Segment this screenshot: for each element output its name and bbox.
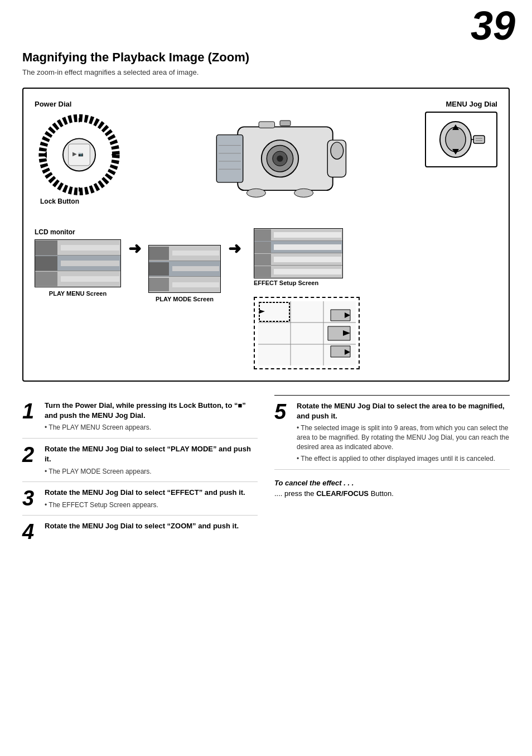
- svg-point-14: [277, 156, 283, 162]
- step4-number: 4: [22, 521, 39, 542]
- pm-thumb2: [149, 262, 169, 276]
- step2: 2 Rotate the MENU Jog Dial to select “PL…: [22, 439, 258, 482]
- play-mode-row2: [149, 261, 220, 277]
- zoom-grid-icon: [258, 301, 356, 365]
- ef-thumb1: [254, 229, 271, 240]
- svg-rect-15: [216, 135, 243, 182]
- lock-button-label: Lock Button: [40, 198, 79, 205]
- pm-text-bar3: [172, 282, 219, 287]
- play-mode-row1: [149, 245, 220, 261]
- ef-thumb4: [254, 266, 271, 277]
- jog-dial-container: [425, 112, 497, 167]
- ef-thumb2: [254, 242, 271, 253]
- diagram-box: Power Dial ▶ 📷: [22, 88, 510, 382]
- clear-focus-keyword: CLEAR/FOCUS: [316, 489, 369, 498]
- cancel-text: .... press the CLEAR/FOCUS Button.: [274, 489, 510, 498]
- play-menu-label: PLAY MENU Screen: [35, 290, 121, 297]
- step5-number: 5: [274, 401, 291, 422]
- step4: 4 Rotate the MENU Jog Dial to select “ZO…: [22, 516, 258, 548]
- svg-text:▶: ▶: [72, 151, 77, 157]
- step1-main: Turn the Power Dial, while pressing its …: [45, 401, 258, 421]
- step4-content: Rotate the MENU Jog Dial to select “ZOOM…: [45, 521, 258, 533]
- play-menu-row3: [35, 271, 120, 287]
- effect-setup-screen: [254, 228, 343, 278]
- play-mode-row3: [149, 277, 220, 292]
- arrow1: ➜: [128, 228, 141, 258]
- pm-text-bar1: [172, 251, 219, 256]
- ef-text-bar1: [274, 232, 341, 238]
- cancel-section: To cancel the effect . . . .... press th…: [274, 479, 510, 498]
- svg-point-26: [331, 142, 344, 159]
- page-title: Magnifying the Playback Image (Zoom): [22, 50, 510, 65]
- subtitle: The zoom-in effect magnifies a selected …: [22, 68, 510, 76]
- play-menu-screen: [35, 239, 121, 287]
- pm-text-bar2: [172, 266, 219, 271]
- menu-jog-label: MENU Jog Dial: [446, 100, 497, 108]
- zoom-grid: [254, 297, 360, 369]
- thumb3: [35, 272, 57, 286]
- play-menu-row2: [35, 256, 120, 271]
- svg-rect-20: [259, 122, 274, 128]
- svg-point-22: [246, 189, 265, 197]
- effect-setup-label: EFFECT Setup Screen: [254, 280, 318, 286]
- ef-text-bar3: [274, 257, 341, 262]
- effect-row3: [254, 253, 342, 266]
- text-bar2: [61, 261, 119, 266]
- step3: 3 Rotate the MENU Jog Dial to select “EF…: [22, 482, 258, 516]
- step1: 1 Turn the Power Dial, while pressing it…: [22, 395, 258, 439]
- svg-point-28: [446, 127, 466, 152]
- ef-thumb3: [254, 254, 271, 265]
- power-dial-container: ▶ 📷 Lock Button: [35, 112, 135, 201]
- step5-detail1: • The selected image is split into 9 are…: [297, 423, 510, 451]
- effect-row4: [254, 266, 342, 278]
- pm-thumb1: [149, 247, 169, 260]
- camera-section: [135, 100, 425, 211]
- play-menu-row1: [35, 240, 120, 256]
- step1-content: Turn the Power Dial, while pressing its …: [45, 401, 258, 432]
- step3-detail: The EFFECT Setup Screen appears.: [45, 500, 258, 510]
- camera-icon: [207, 111, 352, 211]
- right-screens: EFFECT Setup Screen: [254, 228, 360, 369]
- steps-section: 1 Turn the Power Dial, while pressing it…: [22, 395, 510, 548]
- step5: 5 Rotate the MENU Jog Dial to select the…: [274, 395, 510, 470]
- effect-row1: [254, 229, 342, 241]
- svg-text:📷: 📷: [78, 151, 84, 157]
- power-dial-label: Power Dial: [35, 100, 71, 108]
- arrow2: ➜: [228, 228, 241, 258]
- power-dial-section: Power Dial ▶ 📷: [35, 100, 135, 201]
- step2-main: Rotate the MENU Jog Dial to select “PLAY…: [45, 444, 258, 464]
- step5-main: Rotate the MENU Jog Dial to select the a…: [297, 401, 510, 421]
- jog-dial-icon: [433, 120, 489, 159]
- step3-content: Rotate the MENU Jog Dial to select “EFFE…: [45, 488, 258, 509]
- ef-text-bar4: [274, 269, 341, 275]
- step1-detail: The PLAY MENU Screen appears.: [45, 423, 258, 432]
- step2-content: Rotate the MENU Jog Dial to select “PLAY…: [45, 444, 258, 476]
- steps-right: 5 Rotate the MENU Jog Dial to select the…: [274, 395, 510, 548]
- thumb2: [35, 256, 57, 271]
- diagram-screens-area: LCD monitor PLAY MENU: [35, 228, 497, 369]
- step3-number: 3: [22, 488, 39, 509]
- play-menu-screen-section: LCD monitor PLAY MENU: [35, 228, 121, 297]
- cancel-title: To cancel the effect . . .: [274, 479, 510, 487]
- effect-setup-section: EFFECT Setup Screen: [254, 228, 343, 287]
- power-dial-icon: ▶ 📷: [35, 112, 124, 195]
- play-mode-screen: [148, 245, 221, 293]
- page-number: 39: [471, 6, 515, 46]
- text-bar3: [61, 276, 119, 282]
- thumb1: [35, 240, 57, 255]
- step1-number: 1: [22, 401, 39, 422]
- svg-rect-21: [280, 121, 291, 126]
- ef-text-bar2: [274, 244, 341, 250]
- effect-row2: [254, 241, 342, 253]
- svg-rect-31: [473, 136, 485, 143]
- step5-content: Rotate the MENU Jog Dial to select the a…: [297, 401, 510, 464]
- play-mode-screen-section: PLAY MODE Screen: [148, 228, 221, 302]
- steps-left: 1 Turn the Power Dial, while pressing it…: [22, 395, 258, 548]
- svg-point-23: [294, 189, 313, 197]
- step4-main: Rotate the MENU Jog Dial to select “ZOOM…: [45, 521, 258, 531]
- play-mode-label: PLAY MODE Screen: [156, 296, 214, 302]
- step2-number: 2: [22, 444, 39, 465]
- pm-thumb3: [149, 278, 169, 291]
- menu-jog-section: MENU Jog Dial: [425, 100, 497, 167]
- step3-main: Rotate the MENU Jog Dial to select “EFFE…: [45, 488, 258, 498]
